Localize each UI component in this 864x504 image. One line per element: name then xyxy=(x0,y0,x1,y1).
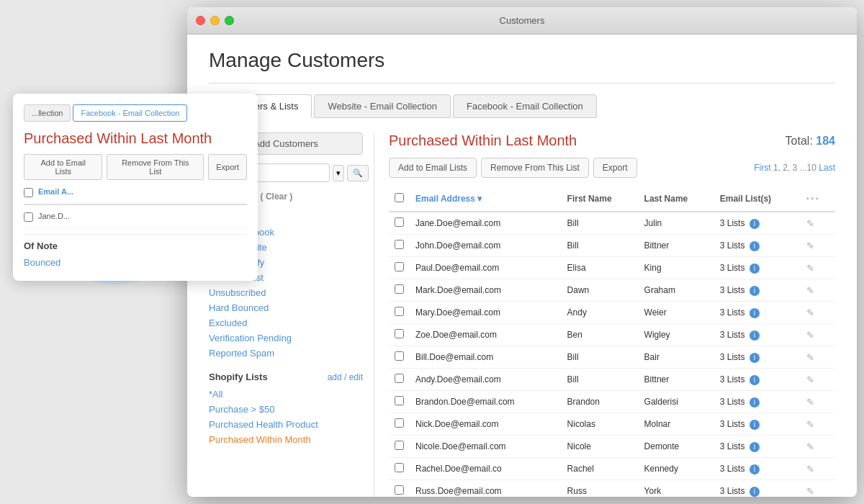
edit-icon-1[interactable]: ✎ xyxy=(806,240,814,251)
cell-email-4: Mary.Doe@email.com xyxy=(410,302,562,324)
traffic-lights xyxy=(196,16,234,25)
clear-link[interactable]: ( Clear ) xyxy=(261,192,293,202)
float-bounced-link[interactable]: Bounced xyxy=(24,255,247,270)
edit-icon-0[interactable]: ✎ xyxy=(806,218,814,229)
edit-icon-4[interactable]: ✎ xyxy=(806,307,814,318)
table-row: Paul.Doe@email.com Elisa King 3 Lists i … xyxy=(389,257,835,279)
cell-first-12: Russ xyxy=(562,480,639,498)
row-checkbox-0[interactable] xyxy=(395,217,404,227)
edit-icon-7[interactable]: ✎ xyxy=(806,374,814,385)
cell-first-11: Rachel xyxy=(562,458,639,480)
row-checkbox-4[interactable] xyxy=(395,307,404,316)
cell-last-8: Galderisi xyxy=(639,391,714,413)
shopify-purchase-link[interactable]: Purchase > $50 xyxy=(209,402,363,417)
row-checkbox-1[interactable] xyxy=(395,240,404,249)
shopify-all-link[interactable]: *All xyxy=(209,387,363,402)
reported-spam-link[interactable]: Reported Spam xyxy=(209,346,363,361)
info-icon-5[interactable]: i xyxy=(750,330,760,341)
edit-icon-3[interactable]: ✎ xyxy=(806,285,814,296)
row-checkbox-11[interactable] xyxy=(395,463,404,472)
float-select-all[interactable] xyxy=(24,188,33,197)
tab-website-email[interactable]: Website - Email Collection xyxy=(314,94,450,118)
float-tabs: ...llection Facebook - Email Collection xyxy=(24,104,247,122)
edit-icon-10[interactable]: ✎ xyxy=(806,441,814,452)
cell-first-2: Elisa xyxy=(562,257,639,279)
float-of-note: Of Note Bounced xyxy=(24,234,247,270)
pagination-pages[interactable]: 1, 2, 3 ...10 xyxy=(773,163,816,173)
float-tab-collection[interactable]: ...llection xyxy=(24,104,71,122)
export-button[interactable]: Export xyxy=(593,158,637,178)
info-icon-10[interactable]: i xyxy=(750,442,760,452)
row-checkbox-3[interactable] xyxy=(395,284,404,294)
remove-button[interactable]: Remove From This List xyxy=(481,158,589,178)
shopify-month-link[interactable]: Purchased Within Month xyxy=(209,432,363,447)
main-window: Customers Manage Customers Customers & L… xyxy=(187,7,857,497)
info-icon-1[interactable]: i xyxy=(750,241,760,251)
float-add-email-btn[interactable]: Add to Email Lists xyxy=(24,154,102,180)
info-icon-9[interactable]: i xyxy=(750,420,760,430)
cell-lists-2: 3 Lists i xyxy=(714,257,801,279)
info-icon-3[interactable]: i xyxy=(750,286,760,296)
add-to-email-button[interactable]: Add to Email Lists xyxy=(389,158,477,178)
float-export-btn[interactable]: Export xyxy=(208,154,247,180)
excluded-link[interactable]: Excluded xyxy=(209,315,363,330)
row-checkbox-9[interactable] xyxy=(395,418,404,428)
float-row-checkbox[interactable] xyxy=(24,212,33,222)
col-email-header[interactable]: Email Address ▾ xyxy=(410,186,562,212)
pagination: First 1, 2, 3 ...10 Last xyxy=(754,163,835,173)
col-checkbox xyxy=(389,186,410,212)
unsubscribed-link[interactable]: Unsubscribed xyxy=(209,285,363,300)
row-checkbox-12[interactable] xyxy=(395,485,404,495)
row-checkbox-7[interactable] xyxy=(395,374,404,383)
info-icon-0[interactable]: i xyxy=(750,219,760,229)
info-icon-12[interactable]: i xyxy=(750,487,760,497)
info-icon-2[interactable]: i xyxy=(750,264,760,274)
info-icon-8[interactable]: i xyxy=(750,397,760,408)
select-all-checkbox[interactable] xyxy=(395,193,404,202)
row-checkbox-6[interactable] xyxy=(395,351,404,361)
edit-icon-9[interactable]: ✎ xyxy=(806,419,814,430)
float-tab-facebook[interactable]: Facebook - Email Collection xyxy=(73,104,187,122)
cell-first-8: Brandon xyxy=(562,391,639,413)
edit-icon-6[interactable]: ✎ xyxy=(806,352,814,363)
info-icon-4[interactable]: i xyxy=(750,308,760,318)
info-icon-11[interactable]: i xyxy=(750,464,760,474)
float-table-row: Jane.D... xyxy=(24,209,247,228)
maximize-button[interactable] xyxy=(225,16,234,25)
search-dropdown[interactable]: ▾ xyxy=(333,165,344,181)
row-checkbox-10[interactable] xyxy=(395,441,404,450)
info-icon-7[interactable]: i xyxy=(750,375,760,385)
cell-last-2: King xyxy=(639,257,714,279)
minimize-button[interactable] xyxy=(210,16,220,25)
table-body: Jane.Doe@email.com Bill Julin 3 Lists i … xyxy=(389,212,835,497)
shopify-health-link[interactable]: Purchased Health Product xyxy=(209,417,363,432)
row-checkbox-5[interactable] xyxy=(395,329,404,338)
shopify-section: Shopify Lists add / edit *All Purchase >… xyxy=(209,372,363,447)
more-icon[interactable]: ··· xyxy=(806,192,820,204)
edit-icon-2[interactable]: ✎ xyxy=(806,263,814,274)
edit-icon-8[interactable]: ✎ xyxy=(806,397,814,408)
edit-icon-12[interactable]: ✎ xyxy=(806,486,814,497)
edit-icon-11[interactable]: ✎ xyxy=(806,464,814,474)
float-remove-btn[interactable]: Remove From This List xyxy=(107,154,204,180)
pagination-first[interactable]: First xyxy=(754,163,770,173)
tab-facebook-email[interactable]: Facebook - Email Collection xyxy=(453,94,597,118)
info-icon-6[interactable]: i xyxy=(750,353,760,363)
close-button[interactable] xyxy=(196,16,205,25)
cell-email-0: Jane.Doe@email.com xyxy=(410,212,562,235)
edit-icon-5[interactable]: ✎ xyxy=(806,330,814,341)
table-row: Mary.Doe@email.com Andy Weier 3 Lists i … xyxy=(389,302,835,324)
pagination-last[interactable]: Last xyxy=(819,163,835,173)
add-edit-link[interactable]: add / edit xyxy=(328,372,363,382)
verification-pending-link[interactable]: Verification Pending xyxy=(209,330,363,346)
cell-last-1: Bittner xyxy=(639,235,714,257)
total-number: 184 xyxy=(816,135,835,147)
window-title: Customers xyxy=(500,15,545,26)
row-checkbox-2[interactable] xyxy=(395,262,404,271)
row-checkbox-8[interactable] xyxy=(395,396,404,405)
search-icon-button[interactable]: 🔍 xyxy=(347,165,369,181)
cell-last-9: Molnar xyxy=(639,413,714,436)
table-row: John.Doe@email.com Bill Bittner 3 Lists … xyxy=(389,235,835,257)
hard-bounced-link[interactable]: Hard Bounced xyxy=(209,300,363,315)
float-row-email: Jane.D... xyxy=(38,212,247,225)
